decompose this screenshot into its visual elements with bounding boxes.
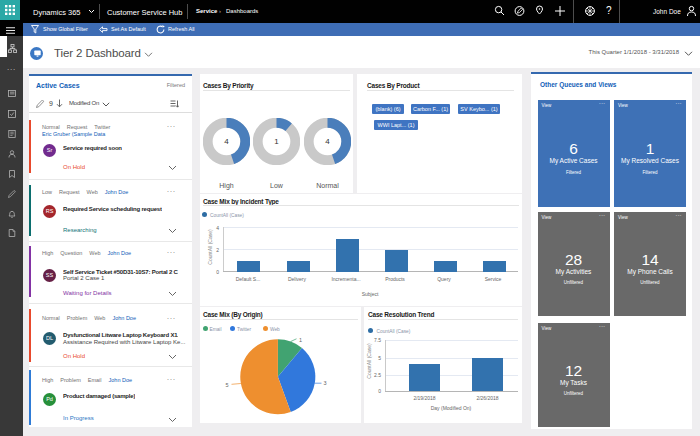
svg-text:3: 3: [324, 380, 327, 386]
svg-text:5: 5: [226, 382, 229, 388]
svg-text:1: 1: [299, 337, 302, 343]
